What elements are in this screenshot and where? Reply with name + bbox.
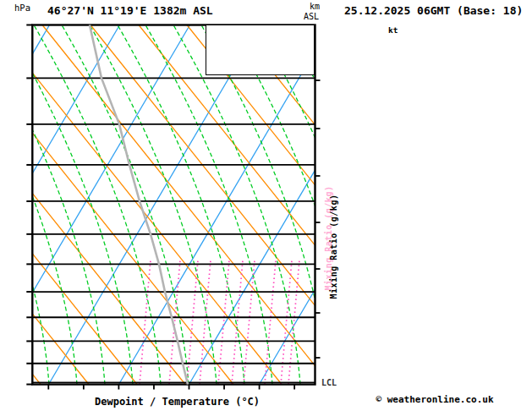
altitude-axis-unit-km: km <box>310 2 320 11</box>
hodograph-unit-label: kt <box>388 25 398 35</box>
temperature-axis-title: Dewpoint / Temperature (°C) <box>95 396 260 408</box>
footer-credit: © weatheronline.co.uk <box>370 394 499 405</box>
run-date-label: 25.12.2025 06GMT (Base: 18) <box>344 4 523 17</box>
skewt-sounding-screenshot: hPa 46°27'N 11°19'E 1382m ASL km ASL 25.… <box>0 0 532 411</box>
station-title: 46°27'N 11°19'E 1382m ASL <box>47 4 213 17</box>
legend <box>206 25 315 75</box>
mixing-ratio-axis-title: Mixing Ratio (g/kg) <box>329 184 338 310</box>
altitude-axis-unit-asl: ASL <box>304 12 319 21</box>
pressure-axis-unit: hPa <box>14 3 30 13</box>
lcl-label: LCL <box>321 378 337 387</box>
